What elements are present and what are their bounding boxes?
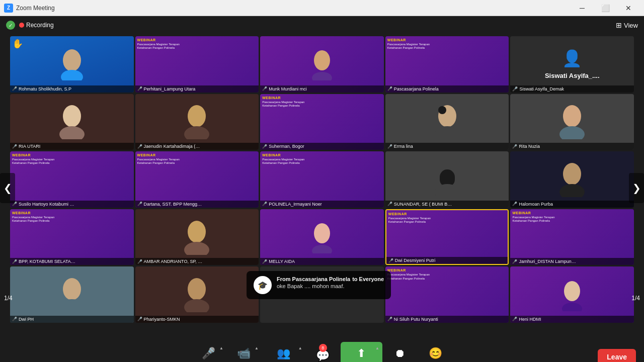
- nav-next-button[interactable]: ❯: [629, 173, 644, 203]
- share-screen-button[interactable]: ▲ ⬆ Share Screen: [341, 342, 382, 362]
- share-caret[interactable]: ▲: [375, 346, 379, 350]
- svg-point-7: [184, 126, 209, 139]
- unmute-caret[interactable]: ▲: [219, 346, 223, 350]
- chat-notification: 🎓 From Pascasarjana Polinela to Everyone…: [247, 271, 391, 299]
- chat-to: to Everyone: [352, 276, 384, 282]
- participant-name-perhitani: 🎤 Perhitani_Lampung Utara: [135, 85, 259, 93]
- minimize-button[interactable]: ─: [571, 0, 594, 16]
- participant-name-suherman: 🎤 Suherman, Bogor: [260, 143, 384, 150]
- maximize-button[interactable]: ⬜: [594, 0, 617, 16]
- chat-header: From Pascasarjana Polinela to Everyone: [277, 276, 384, 283]
- video-icon: 📹: [237, 347, 251, 360]
- tile-munk[interactable]: 🎤 Munk Murdiani mci: [260, 36, 384, 93]
- svg-point-14: [435, 184, 460, 197]
- person-video-ria: [10, 94, 134, 150]
- video-caret[interactable]: ▲: [255, 346, 259, 350]
- chat-button[interactable]: 8 💬 Chat: [305, 342, 341, 362]
- svg-point-19: [314, 223, 330, 243]
- tile-rohmatu[interactable]: ✋ 🎤 Rohmatu Sholikhudin, S.P: [10, 36, 134, 93]
- webinar-banner6: Webinar Pascasarjana Magister TerapanKet…: [260, 151, 384, 208]
- recording-label: Recording: [26, 22, 54, 29]
- tile-ambar[interactable]: 🎤 AMBAR ANDRIANTO, SP, …: [135, 209, 259, 265]
- close-button[interactable]: ✕: [617, 0, 640, 16]
- chat-from: From Pascasarjana Polinela: [277, 276, 350, 282]
- mic-off-icon5: 🎤: [12, 144, 17, 149]
- participant-name-dartana: 🎤 Dartana, SST. BPP Mengg…: [135, 201, 259, 208]
- stop-video-button[interactable]: ▲ 📹 Stop Video: [226, 342, 262, 362]
- nav-prev-button[interactable]: ❮: [0, 173, 15, 203]
- mic-off-icon3: 🎤: [262, 86, 267, 91]
- svg-point-16: [559, 184, 585, 197]
- webinar-banner5: Webinar Pascasarjana Magister TerapanKet…: [135, 151, 259, 208]
- unmute-button[interactable]: ▲ 🎤 Unmute: [191, 342, 226, 362]
- zoom-top-bar: ✓ Recording ⊞ View: [0, 16, 644, 34]
- tile-heni[interactable]: 🎤 Heni HDMI: [510, 266, 634, 323]
- tile-jaenudin[interactable]: 🎤 Jaenudin Kartahadimaja (…: [135, 94, 259, 150]
- participants-caret[interactable]: ▲: [298, 346, 302, 350]
- reactions-button[interactable]: 😊 Reactions: [418, 342, 453, 362]
- mic-off-icon4: 🎤: [387, 86, 392, 91]
- tile-dwi-desmiyeni[interactable]: Webinar Pascasarjana Magister TerapanKet…: [385, 209, 509, 265]
- participants-icon: 👥: [277, 347, 290, 360]
- tile-suherman[interactable]: Webinar Pascasarjana Magister TerapanKet…: [260, 94, 384, 150]
- tile-dartana[interactable]: Webinar Pascasarjana Magister TerapanKet…: [135, 151, 259, 208]
- mic-off-icon23: 🎤: [512, 317, 517, 321]
- grid-icon: ⊞: [616, 21, 622, 29]
- participants-button[interactable]: ▲ 👥 Participants 86: [262, 342, 305, 362]
- svg-point-10: [435, 126, 460, 139]
- tile-bpp-kotabumi[interactable]: Webinar Pascasarjana Magister TerapanKet…: [10, 209, 134, 265]
- svg-point-24: [184, 299, 209, 312]
- mic-off-icon: 🎤: [12, 86, 17, 91]
- chat-message: oke Bapak .... mohon maaf.: [277, 283, 384, 289]
- main-video-area: ❮ 1/4 ✋ 🎤 Rohmatu Sholikhudin, S.P Webin…: [0, 34, 644, 342]
- tile-rita[interactable]: 🎤 Rita Nuzia: [510, 94, 634, 150]
- svg-point-2: [314, 50, 330, 70]
- participant-name-pascasarjana: 🎤 Pascasarjana Polinela: [385, 85, 509, 93]
- svg-point-26: [562, 303, 582, 311]
- tile-phariyanto[interactable]: 🎤 Phariyanto-SMKN: [135, 266, 259, 323]
- tile-susilo[interactable]: Webinar Pascasarjana Magister TerapanKet…: [10, 151, 134, 208]
- mic-off-icon17: 🎤: [262, 259, 267, 264]
- svg-point-6: [188, 105, 206, 127]
- tile-ria[interactable]: 🎤 RIA UTARI: [10, 94, 134, 150]
- webinar-person-bg3: [510, 266, 634, 323]
- svg-point-1: [61, 70, 83, 80]
- participant-name-dwi-ph: 🎤 Dwi PH: [10, 316, 134, 323]
- tile-melly[interactable]: 🎤 MELLY AIDA: [260, 209, 384, 265]
- participant-name-polinela: 🎤 POLINELA_Irmayani Noer: [260, 201, 384, 208]
- mic-off-icon21: 🎤: [137, 317, 142, 321]
- tile-halomoan[interactable]: 🎤 Halomoan Purba: [510, 151, 634, 208]
- tile-ni-siluh[interactable]: Webinar Pascasarjana Magister TerapanKet…: [385, 266, 509, 323]
- webinar-banner4: Webinar Pascasarjana Magister TerapanKet…: [10, 151, 134, 208]
- mic-off-icon20: 🎤: [12, 317, 17, 321]
- mic-off-icon12: 🎤: [262, 202, 267, 206]
- svg-point-9: [438, 106, 446, 114]
- mic-off-icon9: 🎤: [512, 144, 517, 149]
- person-video-erma: [385, 94, 509, 150]
- svg-point-22: [59, 299, 85, 312]
- tile-dwi-ph[interactable]: 🎤 Dwi PH: [10, 266, 134, 323]
- window-controls[interactable]: ─ ⬜ ✕: [571, 0, 640, 16]
- mic-off-icon15: 🎤: [12, 259, 17, 264]
- tile-jamhuri[interactable]: Webinar Pascasarjana Magister TerapanKet…: [510, 209, 634, 265]
- participant-name-dwi-desmiyeni: 🎤 Dwi Desmiyeni Putri: [386, 257, 508, 264]
- share-screen-icon: ⬆: [357, 347, 366, 360]
- svg-point-25: [564, 281, 580, 301]
- participant-name-munk: 🎤 Munk Murdiani mci: [260, 85, 384, 93]
- leave-button[interactable]: Leave: [598, 349, 636, 362]
- tile-polinela[interactable]: Webinar Pascasarjana Magister TerapanKet…: [260, 151, 384, 208]
- record-button[interactable]: ⏺ Record: [382, 342, 418, 362]
- participant-name-ambar: 🎤 AMBAR ANDRIANTO, SP, …: [135, 258, 259, 265]
- svg-point-23: [188, 278, 206, 300]
- tile-pascasarjana[interactable]: Webinar Pascasarjana Magister TerapanKet…: [385, 36, 509, 93]
- tile-sunandar[interactable]: 🎤 SUNANDAR, SE ( BUMI B…: [385, 151, 509, 208]
- person-video: [10, 36, 134, 93]
- view-button[interactable]: ⊞ View: [616, 21, 638, 29]
- tile-erma[interactable]: 🎤 Erma lina: [385, 94, 509, 150]
- participant-name-ria: 🎤 RIA UTARI: [10, 143, 134, 150]
- tile-siswati[interactable]: 👤 Siswati Asyifa_.... 🎤 Siswati Asyifa_D…: [510, 36, 634, 93]
- svg-point-12: [559, 126, 585, 139]
- tile-perhitani[interactable]: Webinar Pascasarjana Magister TerapanKet…: [135, 36, 259, 93]
- nav-page-right: 1/4: [631, 295, 640, 302]
- participant-name-susilo: 🎤 Susilo Hartoyo Kotabumi …: [10, 201, 134, 208]
